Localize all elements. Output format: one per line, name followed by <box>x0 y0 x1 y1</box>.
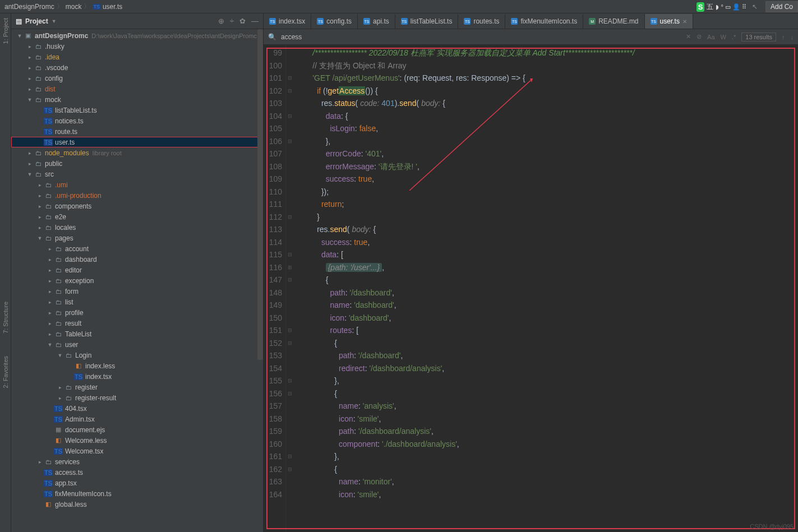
collapse-icon[interactable]: — <box>251 17 259 25</box>
results-count: 13 results <box>741 33 776 41</box>
project-panel: ▤ Project ▼ ⊕ ÷ ✿ — ▼▣antDesignPromcD:\w… <box>11 13 264 532</box>
breadcrumb-bar: antDesignPromc 〉 mock 〉 TS user.ts S 五 ◗… <box>0 0 798 13</box>
project-tree[interactable]: ▼▣antDesignPromcD:\work\JavaTeam\workspa… <box>11 29 263 532</box>
tree-item-Welcome-tsx[interactable]: TSWelcome.tsx <box>11 446 263 456</box>
tree-item-register[interactable]: ▸🗀register <box>11 382 263 392</box>
tree-item-notices-ts[interactable]: TSnotices.ts <box>11 115 263 126</box>
search-tools: ✕ ⊘ Aa W .* 13 results ↑ ↓ <box>686 33 794 41</box>
chevron-right-icon: 〉 <box>84 2 90 11</box>
tree-item-register-result[interactable]: ▸🗀register-result <box>11 392 263 403</box>
tree-item-global-less[interactable]: ◧global.less <box>11 499 263 510</box>
tool-favorites[interactable]: 2: Favorites <box>2 356 9 388</box>
project-header: ▤ Project ▼ ⊕ ÷ ✿ — <box>11 13 263 29</box>
tree-item-node_modules[interactable]: ▸🗀node_modules library root <box>11 147 263 158</box>
editor-tabs: TSindex.tsxTSconfig.tsTSapi.tsTSlistTabl… <box>264 13 798 29</box>
tree-item--idea[interactable]: ▸🗀.idea <box>11 52 263 62</box>
tree-item-fixMenuItemIcon-ts[interactable]: TSfixMenuItemIcon.ts <box>11 488 263 499</box>
select-file-icon[interactable]: ⊕ <box>218 17 224 25</box>
ime-status-icons[interactable]: ◗ ° ▭ 👤 ⠿ <box>716 3 746 11</box>
project-icon: ▤ <box>16 17 22 25</box>
ime-mode[interactable]: 五 <box>707 2 713 12</box>
search-input[interactable] <box>281 33 681 41</box>
tree-item-form[interactable]: ▸🗀form <box>11 286 263 297</box>
tree-item-document-ejs[interactable]: ▦document.ejs <box>11 424 263 435</box>
tree-item-e2e[interactable]: ▸🗀e2e <box>11 211 263 222</box>
top-right-tools: S 五 ◗ ° ▭ 👤 ⠿ ↖ Add Co <box>696 0 798 13</box>
project-tools: ⊕ ÷ ✿ — <box>218 17 259 25</box>
tree-item-services[interactable]: ▸🗀services <box>11 456 263 467</box>
tree-item-locales[interactable]: ▸🗀locales <box>11 222 263 233</box>
tree-item-config[interactable]: ▸🗀config <box>11 73 263 84</box>
next-match-icon[interactable]: ↓ <box>791 34 794 40</box>
tree-item--vscode[interactable]: ▸🗀.vscode <box>11 62 263 73</box>
tree-item-listTableList-ts[interactable]: TSlistTableList.ts <box>11 105 263 115</box>
project-title[interactable]: ▤ Project ▼ <box>16 17 57 25</box>
tab-index-tsx[interactable]: TSindex.tsx <box>264 14 311 29</box>
words-icon[interactable]: W <box>721 34 726 40</box>
tree-root[interactable]: ▼▣antDesignPromcD:\work\JavaTeam\workspa… <box>11 30 263 41</box>
filter-icon[interactable]: ⊘ <box>696 33 702 40</box>
tree-item-account[interactable]: ▸🗀account <box>11 243 263 254</box>
tree-item-src[interactable]: ▼🗀src <box>11 169 263 179</box>
tree-item-components[interactable]: ▸🗀components <box>11 201 263 211</box>
tree-item-profile[interactable]: ▸🗀profile <box>11 307 263 318</box>
tree-item--umi-production[interactable]: ▸🗀.umi-production <box>11 190 263 201</box>
search-icon: 🔍 <box>268 33 276 41</box>
back-arrow-icon[interactable]: ↖ <box>752 3 758 11</box>
tree-item-route-ts[interactable]: TSroute.ts <box>11 126 263 137</box>
tree-item-result[interactable]: ▸🗀result <box>11 318 263 329</box>
tab-fixMenuItemIcon-ts[interactable]: TSfixMenuItemIcon.ts <box>505 14 583 29</box>
ts-file-icon: TS <box>93 4 100 10</box>
tree-item-index-less[interactable]: ◧index.less <box>11 360 263 371</box>
fold-column[interactable]: ⊟⊟⊟⊟⊟⊟⊞⊟⊟⊟⊟⊟⊟⊟ <box>286 45 294 532</box>
watermark: CSDN @dyj095 <box>750 523 794 530</box>
tree-item--husky[interactable]: ▸🗀.husky <box>11 41 263 52</box>
tree-scrollbar[interactable] <box>257 29 263 360</box>
editor-area: TSindex.tsxTSconfig.tsTSapi.tsTSlistTabl… <box>264 13 798 532</box>
tab-config-ts[interactable]: TSconfig.ts <box>311 14 358 29</box>
tree-item-user[interactable]: ▼🗀user <box>11 339 263 350</box>
regex-icon[interactable]: .* <box>732 34 736 40</box>
prev-match-icon[interactable]: ↑ <box>782 34 785 40</box>
tree-item--umi[interactable]: ▸🗀.umi <box>11 179 263 190</box>
tool-project[interactable]: 1: Project <box>2 18 9 44</box>
tab-README-md[interactable]: MREADME.md <box>583 14 644 29</box>
tree-item-app-tsx[interactable]: TSapp.tsx <box>11 478 263 488</box>
breadcrumb-project[interactable]: antDesignPromc <box>4 3 54 11</box>
expand-icon[interactable]: ÷ <box>230 17 234 25</box>
tab-listTableList-ts[interactable]: TSlistTableList.ts <box>395 14 459 29</box>
match-case-icon[interactable]: Aa <box>707 34 714 40</box>
tree-item-TableList[interactable]: ▸🗀TableList <box>11 329 263 339</box>
tree-item-pages[interactable]: ▼🗀pages <box>11 233 263 243</box>
tree-item-access-ts[interactable]: TSaccess.ts <box>11 467 263 478</box>
tool-structure[interactable]: 7: Structure <box>2 302 9 334</box>
tree-item-exception[interactable]: ▸🗀exception <box>11 275 263 286</box>
settings-icon[interactable]: ✿ <box>239 17 246 25</box>
tree-item-editor[interactable]: ▸🗀editor <box>11 265 263 275</box>
tree-item-public[interactable]: ▸🗀public <box>11 158 263 169</box>
tree-item-dist[interactable]: ▸🗀dist <box>11 84 263 94</box>
chevron-down-icon: ▼ <box>52 18 57 24</box>
add-config-button[interactable]: Add Co <box>765 1 798 12</box>
tree-item-index-tsx[interactable]: TSindex.tsx <box>11 371 263 382</box>
tree-item-Welcome-less[interactable]: ◧Welcome.less <box>11 435 263 446</box>
code-source[interactable]: /***************** 2022/09/18 杜燕军 实现服务器加… <box>294 45 798 532</box>
code-editor[interactable]: 9910010110210310410510610710810911011111… <box>264 45 798 532</box>
tree-item-user-ts[interactable]: TSuser.ts <box>11 137 263 147</box>
tab-routes-ts[interactable]: TSroutes.ts <box>458 14 505 29</box>
tab-user-ts[interactable]: TSuser.ts✕ <box>645 14 693 29</box>
left-tool-gutter: 1: Project 7: Structure 2: Favorites <box>0 13 11 532</box>
tree-item-dashboard[interactable]: ▸🗀dashboard <box>11 254 263 265</box>
breadcrumb-folder[interactable]: mock <box>66 3 82 11</box>
breadcrumb-file[interactable]: user.ts <box>103 3 122 11</box>
breadcrumb[interactable]: antDesignPromc 〉 mock 〉 TS user.ts <box>4 2 122 11</box>
tree-item-list[interactable]: ▸🗀list <box>11 297 263 307</box>
tab-api-ts[interactable]: TSapi.ts <box>358 14 395 29</box>
tree-item-Admin-tsx[interactable]: TSAdmin.tsx <box>11 414 263 424</box>
tree-item-404-tsx[interactable]: TS404.tsx <box>11 403 263 414</box>
ime-badge[interactable]: S <box>696 2 705 12</box>
tree-item-Login[interactable]: ▼🗀Login <box>11 350 263 360</box>
close-search-icon[interactable]: ✕ <box>686 33 691 40</box>
tree-item-mock[interactable]: ▼🗀mock <box>11 94 263 105</box>
line-gutter[interactable]: 9910010110210310410510610710810911011111… <box>264 45 286 532</box>
